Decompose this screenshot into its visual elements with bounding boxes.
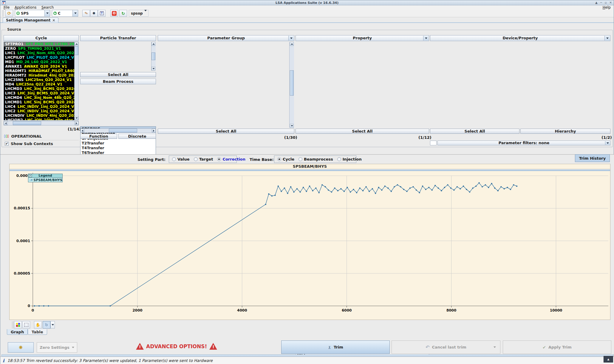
cycle-row[interactable]: LHC4LHC_INDIV_1inj_Q20_2024_V1: [4, 105, 78, 109]
device-property-header[interactable]: Device/Property: [430, 35, 610, 41]
chevron-down-icon[interactable]: [288, 36, 294, 41]
hierarchy-button[interactable]: Hierarchy: [520, 129, 610, 134]
radio-value[interactable]: Value: [172, 157, 190, 161]
trim-button[interactable]: ✂ Trim: [281, 340, 390, 354]
cycle-row[interactable]: MD4LHC25ns_Q22_2024_V1: [4, 82, 78, 87]
tab-label: Settings Management: [6, 18, 50, 22]
chart-zoom-button[interactable]: [43, 321, 50, 329]
tab-settings-management[interactable]: Settings Management ×: [3, 18, 58, 23]
particle-transfer-select-all-button[interactable]: Select All: [80, 72, 156, 77]
refresh-button[interactable]: ↻: [119, 10, 127, 17]
cycle-row[interactable]: LHC1LHC_3inj_Nom_48b_Q20_2024: [4, 51, 78, 55]
radio-target[interactable]: Target: [194, 157, 213, 161]
toolbar-drag-handle[interactable]: [2, 10, 4, 17]
cycle-row[interactable]: AWAKE1AWAKE_Q20_2024_V1: [4, 64, 78, 69]
property-select-all-button[interactable]: Select All: [296, 129, 429, 134]
edit-button[interactable]: ✎: [82, 10, 90, 17]
cycle-vscrollbar[interactable]: [74, 42, 79, 120]
parameter-group-select-all-button[interactable]: Select All: [158, 129, 294, 134]
cycle-row[interactable]: LHCMD4LHC_3inj_Nom_48b_Q20_2024: [4, 96, 78, 100]
cycle-row[interactable]: LHCION2LHC_ION_10Inj_slip_stac: [4, 118, 78, 120]
cycle-row[interactable]: MD1MD_26_L60_Q20_2022_V1: [4, 60, 78, 64]
show-sub-contexts-row[interactable]: ✔ Show Sub Contexts: [5, 141, 53, 147]
radio-beamprocess[interactable]: Beamprocess: [299, 157, 333, 161]
device-property-select-all-button[interactable]: Select All: [430, 129, 519, 134]
menu-applications[interactable]: Applications: [14, 5, 37, 10]
context-combo[interactable]: C: [52, 10, 78, 17]
chart-legend[interactable]: ▾Legend SPSBEAM/BHYS: [28, 174, 63, 182]
menu-search[interactable]: Search: [41, 5, 54, 10]
schedule-button[interactable]: ?: [98, 10, 106, 17]
function-button[interactable]: Function: [80, 134, 117, 139]
settings-button[interactable]: ✹: [90, 10, 98, 17]
stop-button[interactable]: O: [110, 10, 118, 17]
cancel-last-trim-button[interactable]: ↶ Cancel last trim: [392, 340, 500, 354]
cycle-row[interactable]: LHCMD3LHC_3inj_BCMS_Q20_2024: [4, 87, 78, 91]
menu-file[interactable]: File: [3, 5, 10, 10]
cycle-row[interactable]: LHCMD1LHC_5inj_BCMS_Q20_2024: [4, 100, 78, 105]
cycle-row[interactable]: LHC2LHC_INDIV_1inj_Q20_2024_V1: [4, 109, 78, 113]
apply-trim-button[interactable]: ✔ Apply Trim: [503, 340, 611, 354]
menu-help[interactable]: Help: [602, 5, 611, 10]
parameter-group-vscrollbar[interactable]: [289, 42, 294, 128]
warning-text: ADVANCED OPTIONS!: [146, 343, 207, 349]
radio-cycle[interactable]: Cycle: [277, 157, 294, 161]
cycle-row[interactable]: LHC25NSLHC25ns_Q20_2024_V1: [4, 78, 78, 82]
cycle-row[interactable]: SFTPRO1SFT_PRO_MTE_L4780_2021_V1: [4, 42, 78, 46]
svg-text:2000: 2000: [132, 308, 142, 312]
chevron-down-icon[interactable]: [44, 10, 50, 16]
scroll-up-button[interactable]: ▲: [604, 356, 613, 363]
chevron-down-icon[interactable]: [604, 36, 610, 41]
cycle-row[interactable]: LHC3LHC_3inj_BCMS_Q20_2024_V1: [4, 91, 78, 96]
cycle-row[interactable]: ZEROSPS_TIMING_2021_V1: [4, 46, 78, 51]
minimize-icon[interactable]: ─: [600, 1, 602, 5]
trim-settings-button[interactable]: ✺: [8, 342, 34, 353]
shade-icon[interactable]: ▲: [595, 1, 598, 5]
chevron-down-icon[interactable]: [72, 10, 78, 16]
accelerator-combo[interactable]: SPS: [15, 10, 50, 17]
divider: [4, 140, 79, 140]
cycle-hscrollbar[interactable]: [4, 121, 79, 125]
chart-pan-button[interactable]: ✋: [34, 321, 42, 329]
particle-transfer-item[interactable]: T4Transfer: [81, 146, 156, 150]
radio-injection[interactable]: Injection: [337, 157, 362, 161]
chart-panel: SPSBEAM/BHYS ▾Legend SPSBEAM/BHYS 020004…: [9, 164, 610, 320]
cycle-row[interactable]: LHCPILOTLHC_PILOT_Q20_2024_V1: [4, 55, 78, 60]
maximize-icon[interactable]: ▫: [605, 1, 607, 5]
legend-collapse-icon[interactable]: ▾: [29, 174, 32, 177]
particle-transfer-vscrollbar[interactable]: [151, 42, 156, 71]
user-combo[interactable]: spsop: [129, 10, 149, 17]
chevron-down-icon[interactable]: [423, 36, 429, 41]
property-header[interactable]: Property: [296, 35, 429, 41]
particle-transfer-item[interactable]: T2Transfer: [81, 141, 156, 146]
sync-button[interactable]: ⟳: [5, 10, 13, 17]
cycle-row[interactable]: HIRADMT1HIRADMAT_PILOT_L840: [4, 69, 78, 73]
cycle-row[interactable]: HIRADMT2Hiradmat_4Inj_Q20_2024: [4, 73, 78, 78]
parameter-filters-dropdown[interactable]: Parameter filters: none: [437, 141, 610, 145]
cycle-header[interactable]: Cycle: [4, 35, 79, 41]
beam-process-header[interactable]: Beam Process: [80, 79, 156, 84]
tab-graph[interactable]: Graph: [7, 329, 28, 335]
show-sub-contexts-checkbox[interactable]: ✔: [5, 142, 9, 146]
operational-row[interactable]: OPERATIONAL: [4, 133, 42, 139]
chart-zoom-options-button[interactable]: [50, 321, 55, 329]
menu-bar: File Applications Search Help: [0, 5, 614, 10]
beam-process-hscrollbar[interactable]: [80, 128, 156, 133]
discrete-button[interactable]: Discrete: [118, 134, 156, 139]
cycle-row[interactable]: LHCINDIVLHC_INDIV_4Inj_Q20_2024: [4, 113, 78, 118]
chart-colors-button[interactable]: [14, 321, 22, 329]
chevron-down-icon[interactable]: [605, 141, 610, 145]
chart-toolbar-handle[interactable]: [12, 321, 14, 329]
chart-fit-button[interactable]: [22, 321, 30, 329]
zero-settings-button[interactable]: Zero Settings: [37, 342, 77, 353]
particle-transfer-header[interactable]: Particle Transfer: [80, 35, 156, 41]
close-icon[interactable]: ✕: [610, 1, 612, 5]
tab-close-icon[interactable]: ×: [52, 18, 55, 22]
trim-history-button[interactable]: Trim History: [575, 154, 610, 162]
parameter-group-header[interactable]: Parameter Group: [158, 35, 294, 41]
radio-correction[interactable]: Correction: [217, 157, 245, 161]
chevron-down-icon[interactable]: [494, 346, 496, 348]
chart-plot[interactable]: 02000400060008000100000.00020.000150.000…: [10, 171, 610, 320]
tab-table[interactable]: Table: [28, 329, 47, 335]
trim-panel: Setting Part: Value Target Correction Ti…: [0, 154, 614, 354]
